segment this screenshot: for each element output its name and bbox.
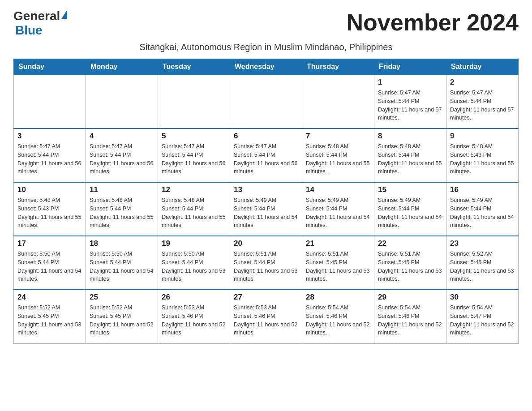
calendar-cell: 27Sunrise: 5:53 AMSunset: 5:46 PMDayligh… (230, 290, 302, 343)
day-info: Sunrise: 5:54 AMSunset: 5:47 PMDaylight:… (450, 304, 515, 337)
col-header-saturday: Saturday (446, 59, 519, 75)
day-info: Sunrise: 5:47 AMSunset: 5:44 PMDaylight:… (162, 142, 226, 176)
calendar-cell: 4Sunrise: 5:47 AMSunset: 5:44 PMDaylight… (86, 128, 158, 182)
calendar-week-4: 17Sunrise: 5:50 AMSunset: 5:44 PMDayligh… (14, 236, 519, 290)
day-number: 11 (90, 185, 154, 194)
day-number: 18 (90, 239, 154, 248)
day-info: Sunrise: 5:47 AMSunset: 5:44 PMDaylight:… (378, 89, 442, 122)
calendar-cell: 20Sunrise: 5:51 AMSunset: 5:44 PMDayligh… (230, 236, 302, 290)
day-info: Sunrise: 5:50 AMSunset: 5:44 PMDaylight:… (90, 250, 154, 283)
calendar-cell (230, 75, 302, 128)
day-number: 8 (378, 132, 442, 141)
logo: General Blue (13, 9, 67, 38)
page-header: General Blue November 2024 (13, 9, 519, 38)
day-info: Sunrise: 5:47 AMSunset: 5:44 PMDaylight:… (17, 142, 82, 176)
day-number: 4 (90, 132, 154, 141)
day-info: Sunrise: 5:49 AMSunset: 5:44 PMDaylight:… (378, 196, 442, 230)
day-number: 9 (450, 132, 515, 141)
day-number: 13 (234, 185, 298, 194)
day-info: Sunrise: 5:54 AMSunset: 5:46 PMDaylight:… (306, 304, 370, 337)
day-number: 30 (450, 293, 515, 302)
day-number: 19 (162, 239, 226, 248)
calendar-cell: 25Sunrise: 5:52 AMSunset: 5:45 PMDayligh… (86, 290, 158, 343)
logo-general-text: General (13, 9, 60, 23)
day-info: Sunrise: 5:48 AMSunset: 5:43 PMDaylight:… (17, 196, 82, 230)
day-info: Sunrise: 5:53 AMSunset: 5:46 PMDaylight:… (162, 304, 226, 337)
calendar-cell: 17Sunrise: 5:50 AMSunset: 5:44 PMDayligh… (14, 236, 86, 290)
day-info: Sunrise: 5:48 AMSunset: 5:44 PMDaylight:… (162, 196, 226, 230)
day-number: 27 (234, 293, 298, 302)
calendar-cell: 12Sunrise: 5:48 AMSunset: 5:44 PMDayligh… (158, 182, 230, 236)
day-number: 14 (306, 185, 370, 194)
day-number: 15 (378, 185, 442, 194)
calendar-cell: 15Sunrise: 5:49 AMSunset: 5:44 PMDayligh… (374, 182, 446, 236)
logo-blue-text: Blue (15, 23, 43, 37)
day-number: 3 (17, 132, 82, 141)
day-info: Sunrise: 5:53 AMSunset: 5:46 PMDaylight:… (234, 304, 298, 337)
day-number: 16 (450, 185, 515, 194)
month-title: November 2024 (347, 9, 519, 36)
day-info: Sunrise: 5:49 AMSunset: 5:44 PMDaylight:… (306, 196, 370, 230)
calendar-cell (158, 75, 230, 128)
calendar-cell: 18Sunrise: 5:50 AMSunset: 5:44 PMDayligh… (86, 236, 158, 290)
col-header-tuesday: Tuesday (158, 59, 230, 75)
calendar-cell: 10Sunrise: 5:48 AMSunset: 5:43 PMDayligh… (14, 182, 86, 236)
day-info: Sunrise: 5:50 AMSunset: 5:44 PMDaylight:… (17, 250, 82, 283)
day-info: Sunrise: 5:48 AMSunset: 5:44 PMDaylight:… (378, 142, 442, 176)
col-header-sunday: Sunday (14, 59, 86, 75)
day-info: Sunrise: 5:47 AMSunset: 5:44 PMDaylight:… (234, 142, 298, 176)
calendar-week-2: 3Sunrise: 5:47 AMSunset: 5:44 PMDaylight… (14, 128, 519, 182)
calendar-cell (86, 75, 158, 128)
day-number: 23 (450, 239, 515, 248)
day-number: 17 (17, 239, 82, 248)
calendar-cell: 14Sunrise: 5:49 AMSunset: 5:44 PMDayligh… (302, 182, 374, 236)
calendar-week-5: 24Sunrise: 5:52 AMSunset: 5:45 PMDayligh… (14, 290, 519, 343)
calendar-cell: 26Sunrise: 5:53 AMSunset: 5:46 PMDayligh… (158, 290, 230, 343)
day-info: Sunrise: 5:49 AMSunset: 5:44 PMDaylight:… (450, 196, 515, 230)
col-header-monday: Monday (86, 59, 158, 75)
day-number: 1 (378, 78, 442, 87)
day-info: Sunrise: 5:48 AMSunset: 5:44 PMDaylight:… (306, 142, 370, 176)
day-info: Sunrise: 5:51 AMSunset: 5:45 PMDaylight:… (306, 250, 370, 283)
day-info: Sunrise: 5:47 AMSunset: 5:44 PMDaylight:… (450, 89, 515, 122)
calendar-cell: 13Sunrise: 5:49 AMSunset: 5:44 PMDayligh… (230, 182, 302, 236)
day-info: Sunrise: 5:48 AMSunset: 5:44 PMDaylight:… (90, 196, 154, 230)
calendar-cell: 3Sunrise: 5:47 AMSunset: 5:44 PMDaylight… (14, 128, 86, 182)
calendar-cell: 11Sunrise: 5:48 AMSunset: 5:44 PMDayligh… (86, 182, 158, 236)
day-number: 12 (162, 185, 226, 194)
day-number: 2 (450, 78, 515, 87)
calendar-cell: 21Sunrise: 5:51 AMSunset: 5:45 PMDayligh… (302, 236, 374, 290)
calendar-cell: 1Sunrise: 5:47 AMSunset: 5:44 PMDaylight… (374, 75, 446, 128)
calendar-table: SundayMondayTuesdayWednesdayThursdayFrid… (13, 59, 519, 344)
col-header-thursday: Thursday (302, 59, 374, 75)
day-info: Sunrise: 5:47 AMSunset: 5:44 PMDaylight:… (90, 142, 154, 176)
day-number: 22 (378, 239, 442, 248)
day-number: 29 (378, 293, 442, 302)
col-header-friday: Friday (374, 59, 446, 75)
calendar-subtitle: Sitangkai, Autonomous Region in Muslim M… (13, 42, 519, 52)
day-info: Sunrise: 5:49 AMSunset: 5:44 PMDaylight:… (234, 196, 298, 230)
day-number: 24 (17, 293, 82, 302)
day-number: 21 (306, 239, 370, 248)
calendar-week-1: 1Sunrise: 5:47 AMSunset: 5:44 PMDaylight… (14, 75, 519, 128)
calendar-cell: 23Sunrise: 5:52 AMSunset: 5:45 PMDayligh… (446, 236, 519, 290)
day-info: Sunrise: 5:51 AMSunset: 5:45 PMDaylight:… (378, 250, 442, 283)
logo-triangle-icon (61, 10, 67, 19)
day-number: 5 (162, 132, 226, 141)
day-info: Sunrise: 5:54 AMSunset: 5:46 PMDaylight:… (378, 304, 442, 337)
calendar-week-3: 10Sunrise: 5:48 AMSunset: 5:43 PMDayligh… (14, 182, 519, 236)
calendar-cell: 7Sunrise: 5:48 AMSunset: 5:44 PMDaylight… (302, 128, 374, 182)
calendar-cell: 9Sunrise: 5:48 AMSunset: 5:43 PMDaylight… (446, 128, 519, 182)
day-number: 7 (306, 132, 370, 141)
day-info: Sunrise: 5:52 AMSunset: 5:45 PMDaylight:… (17, 304, 82, 337)
calendar-cell: 5Sunrise: 5:47 AMSunset: 5:44 PMDaylight… (158, 128, 230, 182)
day-info: Sunrise: 5:51 AMSunset: 5:44 PMDaylight:… (234, 250, 298, 283)
day-info: Sunrise: 5:48 AMSunset: 5:43 PMDaylight:… (450, 142, 515, 176)
day-number: 28 (306, 293, 370, 302)
calendar-cell: 8Sunrise: 5:48 AMSunset: 5:44 PMDaylight… (374, 128, 446, 182)
calendar-header-row: SundayMondayTuesdayWednesdayThursdayFrid… (14, 59, 519, 75)
calendar-cell: 16Sunrise: 5:49 AMSunset: 5:44 PMDayligh… (446, 182, 519, 236)
calendar-cell (302, 75, 374, 128)
day-number: 10 (17, 185, 82, 194)
day-info: Sunrise: 5:50 AMSunset: 5:44 PMDaylight:… (162, 250, 226, 283)
